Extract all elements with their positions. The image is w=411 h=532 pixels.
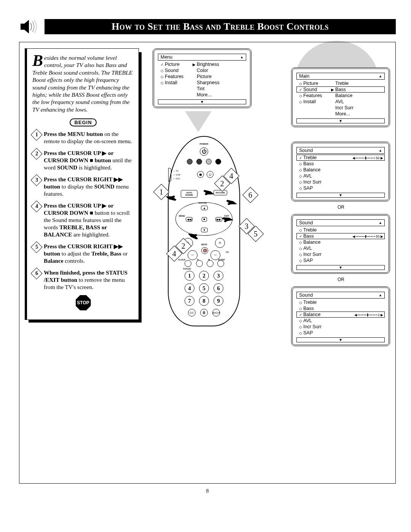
key-8: 8 (199, 296, 209, 306)
osd-sound-bass: Sound▲ ◇Treble✓Bass◀ 50 ▶◇Balance◇AVL◇In… (291, 214, 390, 274)
intro-text: Besides the normal volume level control,… (32, 54, 134, 113)
callout-6: 6 (242, 187, 258, 203)
step-6: 6When finished, press the STATUS /EXIT b… (32, 269, 134, 291)
face-icon: ☺ (207, 171, 213, 178)
step-3: 3Press the CURSOR RIGHT ▶▶ button to dis… (32, 176, 134, 197)
mute-button: 🔇 (201, 247, 208, 254)
speaker-icon (19, 19, 40, 34)
osd-sound-balance: Sound▲ ◇Treble◇Bass✓Balance◀ 0 ▶◇AVL◇Inc… (291, 286, 390, 346)
content-frame: Besides the normal volume level control,… (19, 42, 396, 484)
auto-sound-button: AUTO SOUND (181, 190, 198, 198)
step-5: 5Press the CURSOR RIGHT ▶▶ button to adj… (32, 243, 134, 264)
osd-main: Main▲ ◇PictureTreble✓Sound▶Bass◇Features… (291, 67, 390, 127)
key-9: 9 (213, 296, 223, 306)
key-7: 7 (185, 296, 194, 306)
osd-menu: Menu▲ ✓Picture▶Brightness◇SoundColor◇Fea… (153, 48, 252, 108)
or-label-1: OR (338, 204, 344, 210)
step-4: 4Press the CURSOR UP ▶ or CURSOR DOWN ■ … (32, 202, 134, 238)
svg-marker-0 (21, 20, 29, 34)
ch-up: + (215, 238, 225, 248)
key-6: 6 (213, 283, 223, 293)
page-title: How to Set the Bass and Treble Boost Con… (45, 19, 396, 34)
key-0: 0 (200, 309, 208, 316)
osd-sound-treble: Sound▲ ✓Treble◀ 50 ▶◇Bass◇Balance◇AVL◇In… (291, 142, 390, 201)
key-2: 2 (199, 271, 209, 281)
key-3: 3 (213, 271, 223, 281)
begin-badge: BEGIN (70, 118, 96, 126)
stop-badge: STOP (76, 295, 91, 310)
or-label-2: OR (338, 277, 344, 282)
ach-button: A/CH (212, 309, 220, 316)
instruction-panel: Besides the normal volume level control,… (25, 48, 139, 320)
step-2: 2Press the CURSOR UP ▶ or CURSOR DOWN ■ … (32, 149, 134, 171)
key-4: 4 (185, 283, 194, 293)
remote-control: POWER ⏻ — TV— VCR— ACC ☻ ☺ AUTO SOUND PI… (168, 136, 240, 326)
key-5: 5 (199, 283, 209, 293)
step-1: 1Press the MENU button on the remote to … (32, 130, 134, 145)
face-icon: ☻ (197, 171, 204, 178)
power-button: ⏻ (200, 147, 208, 156)
vol-down: − (188, 250, 198, 260)
page-number: 8 (19, 488, 396, 494)
cc-button: CC (188, 309, 196, 316)
key-1: 1 (185, 271, 194, 281)
